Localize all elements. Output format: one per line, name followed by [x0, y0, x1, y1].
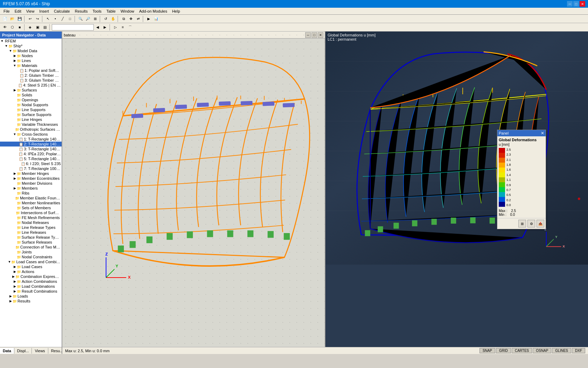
tree-toggle[interactable]: ▶	[13, 54, 17, 57]
zoom-all-btn[interactable]: ⊞	[92, 15, 99, 22]
loadcase-input[interactable]: LC1 - permanent	[52, 24, 94, 30]
panel-grid-btn[interactable]: ⊞	[518, 220, 526, 227]
view-bateau[interactable]: bateau ─ □ ✕	[62, 32, 326, 347]
menu-view[interactable]: View	[24, 8, 37, 14]
menu-window[interactable]: Window	[118, 8, 136, 14]
panel-close-btn[interactable]: ✕	[541, 131, 544, 136]
tree-item-lines[interactable]: ▶📁Lines	[0, 58, 62, 63]
tree-toggle[interactable]: ▶	[13, 289, 17, 293]
tree-item-mat1[interactable]: 📋1: Poplar and Softwo...	[0, 68, 62, 73]
zoom-out-btn[interactable]: 🔎	[84, 15, 91, 22]
tree-item-nodal-supports[interactable]: 📁Nodal Supports	[0, 102, 62, 107]
rotate-btn[interactable]: ↺	[102, 15, 109, 22]
tree-item-cs5[interactable]: 📋5: T-Rectangle 140/14...	[0, 156, 62, 161]
line-btn[interactable]: ╱	[59, 15, 66, 22]
tree-item-joints[interactable]: 📁Joints	[0, 250, 62, 254]
tree-item-solids[interactable]: 📁Solids	[0, 93, 62, 97]
tree-item-connection-two-members[interactable]: 📁Connection of Two Mem...	[0, 245, 62, 250]
tree-toggle[interactable]: ▶	[13, 285, 17, 288]
copy-btn[interactable]: ⧉	[120, 15, 127, 22]
panel-header[interactable]: Panel ✕	[497, 130, 546, 136]
tree-item-sets-of-members[interactable]: 📁Sets of Members	[0, 205, 62, 210]
grid-btn[interactable]: GRID	[496, 348, 511, 353]
view-ship[interactable]: Ship* ─ □ ✕ Global Deformations u [mm] L…	[326, 32, 588, 347]
tree-item-cs6[interactable]: 📋6: I 220; Steel S 235	[0, 161, 62, 166]
tree-toggle[interactable]: ▶	[13, 172, 17, 175]
tree-item-line-hinges[interactable]: 📁Line Hinges	[0, 117, 62, 122]
menu-tools[interactable]: Tools	[90, 8, 104, 14]
surface-btn[interactable]: □	[66, 15, 74, 22]
tree-item-ribs[interactable]: 📁Ribs	[0, 191, 62, 196]
deform-btn[interactable]: ⌒	[127, 24, 134, 31]
prev-lc-btn[interactable]: ◀	[94, 24, 101, 31]
tree-item-surface-releases[interactable]: 📁Surface Releases	[0, 240, 62, 245]
tree-toggle[interactable]: ▶	[13, 88, 17, 92]
menu-edit[interactable]: Edit	[13, 8, 23, 14]
redo-btn[interactable]: ↪	[34, 15, 41, 22]
animate-btn[interactable]: ▷	[112, 24, 119, 31]
tree-item-fe-mesh[interactable]: 📁FE Mesh Refinements	[0, 215, 62, 220]
tree-item-rfem[interactable]: ▼RFEM	[0, 39, 62, 43]
display-btn[interactable]: 👁	[1, 24, 8, 31]
contour-btn[interactable]: ≡	[119, 24, 126, 31]
restore-button[interactable]: □	[573, 1, 579, 7]
menu-file[interactable]: File	[1, 8, 12, 14]
results-btn[interactable]: 📊	[153, 15, 160, 22]
tree-item-cs1[interactable]: 📋1: T-Rectangle 140/48...	[0, 137, 62, 142]
menu-results[interactable]: Results	[73, 8, 90, 14]
tree-toggle[interactable]: ▼	[13, 132, 17, 136]
nav-tree[interactable]: ▼RFEM▼📁Ship*▼📁Model Data▶📁Nodes▶📁Lines▼📁…	[0, 39, 62, 347]
tree-item-nodes[interactable]: ▶📁Nodes	[0, 53, 62, 58]
tree-item-surface-release-types[interactable]: 📁Surface Release Types	[0, 235, 62, 240]
tree-item-members[interactable]: ▶📁Members	[0, 186, 62, 191]
save-btn[interactable]: 💾	[16, 15, 23, 22]
tree-item-results[interactable]: ▶📁Results	[0, 299, 62, 304]
tree-item-load-cases[interactable]: ▶📁Load Cases	[0, 264, 62, 269]
tree-item-cs2[interactable]: 📋2: T-Rectangle 140/22...	[0, 142, 62, 146]
node-btn[interactable]: •	[52, 15, 59, 22]
tree-toggle[interactable]: ▶	[8, 294, 13, 298]
tree-toggle[interactable]: ▶	[8, 299, 13, 303]
tree-toggle[interactable]: ▶	[13, 280, 17, 283]
tree-item-actions[interactable]: ▶📁Actions	[0, 269, 62, 274]
tree-item-surfaces[interactable]: ▶📁Surfaces	[0, 88, 62, 93]
iso-btn[interactable]: ◈	[27, 24, 34, 31]
front-btn[interactable]: ▣	[34, 24, 41, 31]
panel-settings-btn[interactable]: ⚙	[527, 220, 535, 227]
tree-item-intersections[interactable]: 📁Intersections of Surfaces	[0, 210, 62, 215]
tree-item-result-combinations[interactable]: ▶📁Result Combinations	[0, 289, 62, 294]
tree-item-member-elastic[interactable]: 📁Member Elastic Foundati...	[0, 196, 62, 200]
glines-btn[interactable]: GLINES	[552, 348, 571, 353]
tab-data[interactable]: Data	[0, 348, 14, 354]
select-btn[interactable]: ↖	[44, 15, 51, 22]
tree-item-load-cases-combinations[interactable]: ▼📁Load Cases and Combinati...	[0, 259, 62, 264]
tree-toggle[interactable]: ▶	[12, 275, 15, 278]
tree-item-loads[interactable]: ▶📁Loads	[0, 294, 62, 299]
menu-calculate[interactable]: Calculate	[52, 8, 72, 14]
tree-toggle[interactable]: ▼	[4, 44, 8, 48]
tree-item-nodal-constraints[interactable]: 📁Nodal Constraints	[0, 254, 62, 259]
tree-item-combination-expressions[interactable]: ▶📁Combination Expressions	[0, 274, 62, 279]
tree-toggle[interactable]: ▶	[13, 270, 17, 273]
new-btn[interactable]: 📄	[1, 15, 8, 22]
tree-toggle[interactable]: ▶	[13, 186, 17, 190]
tree-item-nodal-releases[interactable]: 📁Nodal Releases	[0, 220, 62, 225]
undo-btn[interactable]: ↩	[27, 15, 34, 22]
wire-btn[interactable]: ⬡	[9, 24, 16, 31]
cartes-btn[interactable]: CARTES	[512, 348, 532, 353]
snap-btn[interactable]: SNAP	[479, 348, 495, 353]
close-button[interactable]: ✕	[580, 1, 585, 7]
tree-toggle[interactable]: ▶	[13, 265, 17, 268]
open-btn[interactable]: 📂	[9, 15, 16, 22]
tree-item-materials[interactable]: ▼📁Materials	[0, 63, 62, 68]
minimize-button[interactable]: ─	[567, 1, 573, 7]
top-btn[interactable]: ▤	[41, 24, 48, 31]
tree-item-line-release-types[interactable]: 📁Line Release Types	[0, 225, 62, 230]
zoom-in-btn[interactable]: 🔍	[77, 15, 84, 22]
tree-item-load-combinations[interactable]: ▶📁Load Combinations	[0, 284, 62, 289]
pan-btn[interactable]: ✋	[110, 15, 117, 22]
tree-item-member-nonlinearities[interactable]: 📁Member Nonlinearities	[0, 200, 62, 205]
tree-toggle[interactable]: ▼	[0, 39, 4, 43]
next-lc-btn[interactable]: ▶	[102, 24, 108, 31]
tree-toggle[interactable]: ▶	[13, 177, 17, 180]
